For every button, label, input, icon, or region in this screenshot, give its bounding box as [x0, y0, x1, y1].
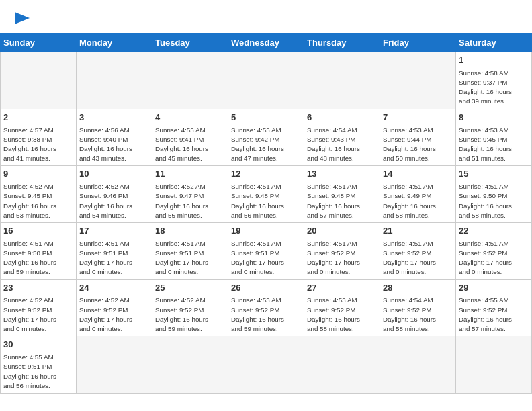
day-info: Sunrise: 4:55 AM Sunset: 9:41 PM Dayligh… — [155, 126, 225, 164]
day-info: Sunrise: 4:52 AM Sunset: 9:52 PM Dayligh… — [155, 295, 225, 334]
calendar-cell: 2Sunrise: 4:57 AM Sunset: 9:38 PM Daylig… — [1, 109, 77, 166]
day-info: Sunrise: 4:53 AM Sunset: 9:52 PM Dayligh… — [307, 295, 377, 334]
day-number: 30 — [3, 338, 73, 351]
day-info: Sunrise: 4:51 AM Sunset: 9:48 PM Dayligh… — [307, 182, 377, 220]
calendar-cell: 7Sunrise: 4:53 AM Sunset: 9:44 PM Daylig… — [380, 109, 456, 166]
day-number: 25 — [155, 282, 225, 295]
page-header — [0, 0, 532, 33]
weekday-header-friday: Friday — [380, 34, 456, 52]
calendar-row-4: 23Sunrise: 4:52 AM Sunset: 9:52 PM Dayli… — [1, 279, 532, 336]
calendar-cell — [304, 52, 380, 109]
day-info: Sunrise: 4:55 AM Sunset: 9:51 PM Dayligh… — [3, 353, 73, 391]
day-number: 5 — [231, 111, 301, 124]
day-number: 24 — [79, 282, 149, 295]
calendar-row-1: 2Sunrise: 4:57 AM Sunset: 9:38 PM Daylig… — [1, 109, 532, 166]
calendar-cell: 1Sunrise: 4:58 AM Sunset: 9:37 PM Daylig… — [456, 52, 532, 109]
calendar-table: SundayMondayTuesdayWednesdayThursdayFrid… — [0, 33, 532, 394]
calendar-cell: 9Sunrise: 4:52 AM Sunset: 9:45 PM Daylig… — [1, 166, 77, 223]
calendar-cell: 21Sunrise: 4:51 AM Sunset: 9:52 PM Dayli… — [380, 222, 456, 279]
calendar-cell — [77, 336, 152, 394]
day-number: 12 — [231, 168, 301, 181]
calendar-cell: 25Sunrise: 4:52 AM Sunset: 9:52 PM Dayli… — [152, 279, 228, 336]
day-info: Sunrise: 4:55 AM Sunset: 9:42 PM Dayligh… — [231, 126, 301, 164]
day-number: 11 — [155, 168, 225, 181]
weekday-header-wednesday: Wednesday — [228, 34, 304, 52]
day-info: Sunrise: 4:51 AM Sunset: 9:51 PM Dayligh… — [231, 239, 301, 277]
day-number: 4 — [155, 111, 225, 124]
calendar-cell: 26Sunrise: 4:53 AM Sunset: 9:52 PM Dayli… — [228, 279, 304, 336]
calendar-cell — [77, 52, 152, 109]
calendar-row-2: 9Sunrise: 4:52 AM Sunset: 9:45 PM Daylig… — [1, 166, 532, 223]
calendar-cell: 30Sunrise: 4:55 AM Sunset: 9:51 PM Dayli… — [1, 336, 77, 394]
day-number: 20 — [307, 225, 377, 238]
weekday-header-tuesday: Tuesday — [152, 34, 228, 52]
calendar-cell: 23Sunrise: 4:52 AM Sunset: 9:52 PM Dayli… — [1, 279, 77, 336]
day-info: Sunrise: 4:58 AM Sunset: 9:37 PM Dayligh… — [459, 68, 529, 107]
calendar-cell: 14Sunrise: 4:51 AM Sunset: 9:49 PM Dayli… — [380, 166, 456, 223]
calendar-cell: 10Sunrise: 4:52 AM Sunset: 9:46 PM Dayli… — [77, 166, 152, 223]
day-number: 22 — [459, 225, 529, 238]
logo-icon — [13, 12, 30, 26]
weekday-header-monday: Monday — [77, 34, 152, 52]
weekday-header-sunday: Sunday — [1, 34, 77, 52]
day-info: Sunrise: 4:51 AM Sunset: 9:49 PM Dayligh… — [383, 182, 453, 220]
logo — [13, 12, 30, 26]
day-info: Sunrise: 4:52 AM Sunset: 9:46 PM Dayligh… — [79, 182, 149, 220]
day-info: Sunrise: 4:51 AM Sunset: 9:50 PM Dayligh… — [459, 182, 529, 220]
day-info: Sunrise: 4:51 AM Sunset: 9:52 PM Dayligh… — [383, 239, 453, 277]
calendar-header: SundayMondayTuesdayWednesdayThursdayFrid… — [1, 34, 532, 52]
day-number: 26 — [231, 282, 301, 295]
calendar-cell — [380, 336, 456, 394]
day-number: 29 — [459, 282, 529, 295]
calendar-cell — [380, 52, 456, 109]
calendar-cell: 15Sunrise: 4:51 AM Sunset: 9:50 PM Dayli… — [456, 166, 532, 223]
day-info: Sunrise: 4:52 AM Sunset: 9:52 PM Dayligh… — [79, 295, 149, 334]
day-number: 21 — [383, 225, 453, 238]
day-info: Sunrise: 4:51 AM Sunset: 9:50 PM Dayligh… — [3, 239, 73, 277]
day-info: Sunrise: 4:51 AM Sunset: 9:52 PM Dayligh… — [307, 239, 377, 277]
weekday-header-saturday: Saturday — [456, 34, 532, 52]
day-number: 13 — [307, 168, 377, 181]
day-info: Sunrise: 4:52 AM Sunset: 9:52 PM Dayligh… — [3, 295, 73, 334]
weekday-header-thursday: Thursday — [304, 34, 380, 52]
calendar-cell: 12Sunrise: 4:51 AM Sunset: 9:48 PM Dayli… — [228, 166, 304, 223]
day-info: Sunrise: 4:51 AM Sunset: 9:52 PM Dayligh… — [459, 239, 529, 277]
calendar-cell: 27Sunrise: 4:53 AM Sunset: 9:52 PM Dayli… — [304, 279, 380, 336]
calendar-cell: 16Sunrise: 4:51 AM Sunset: 9:50 PM Dayli… — [1, 222, 77, 279]
day-info: Sunrise: 4:53 AM Sunset: 9:44 PM Dayligh… — [383, 126, 453, 164]
logo-flag-icon — [15, 12, 30, 24]
calendar-cell: 8Sunrise: 4:53 AM Sunset: 9:45 PM Daylig… — [456, 109, 532, 166]
calendar-cell — [228, 52, 304, 109]
day-info: Sunrise: 4:51 AM Sunset: 9:51 PM Dayligh… — [79, 239, 149, 277]
calendar-cell: 29Sunrise: 4:55 AM Sunset: 9:52 PM Dayli… — [456, 279, 532, 336]
day-info: Sunrise: 4:51 AM Sunset: 9:51 PM Dayligh… — [155, 239, 225, 277]
calendar-cell: 4Sunrise: 4:55 AM Sunset: 9:41 PM Daylig… — [152, 109, 228, 166]
day-number: 15 — [459, 168, 529, 181]
calendar-cell — [152, 52, 228, 109]
calendar-row-0: 1Sunrise: 4:58 AM Sunset: 9:37 PM Daylig… — [1, 52, 532, 109]
day-info: Sunrise: 4:55 AM Sunset: 9:52 PM Dayligh… — [459, 295, 529, 334]
day-info: Sunrise: 4:53 AM Sunset: 9:52 PM Dayligh… — [231, 295, 301, 334]
calendar-cell — [456, 336, 532, 394]
day-info: Sunrise: 4:53 AM Sunset: 9:45 PM Dayligh… — [459, 126, 529, 164]
day-number: 8 — [459, 111, 529, 124]
day-number: 23 — [3, 282, 73, 295]
day-number: 27 — [307, 282, 377, 295]
calendar-cell — [1, 52, 77, 109]
calendar-cell: 13Sunrise: 4:51 AM Sunset: 9:48 PM Dayli… — [304, 166, 380, 223]
day-number: 18 — [155, 225, 225, 238]
calendar-cell: 11Sunrise: 4:52 AM Sunset: 9:47 PM Dayli… — [152, 166, 228, 223]
day-number: 6 — [307, 111, 377, 124]
day-number: 19 — [231, 225, 301, 238]
calendar-cell: 17Sunrise: 4:51 AM Sunset: 9:51 PM Dayli… — [77, 222, 152, 279]
calendar-cell — [228, 336, 304, 394]
calendar-cell — [304, 336, 380, 394]
day-info: Sunrise: 4:57 AM Sunset: 9:38 PM Dayligh… — [3, 126, 73, 164]
calendar-cell: 24Sunrise: 4:52 AM Sunset: 9:52 PM Dayli… — [77, 279, 152, 336]
day-info: Sunrise: 4:56 AM Sunset: 9:40 PM Dayligh… — [79, 126, 149, 164]
day-number: 7 — [383, 111, 453, 124]
calendar-cell: 5Sunrise: 4:55 AM Sunset: 9:42 PM Daylig… — [228, 109, 304, 166]
day-info: Sunrise: 4:52 AM Sunset: 9:47 PM Dayligh… — [155, 182, 225, 220]
weekday-row: SundayMondayTuesdayWednesdayThursdayFrid… — [1, 34, 532, 52]
calendar-cell: 22Sunrise: 4:51 AM Sunset: 9:52 PM Dayli… — [456, 222, 532, 279]
